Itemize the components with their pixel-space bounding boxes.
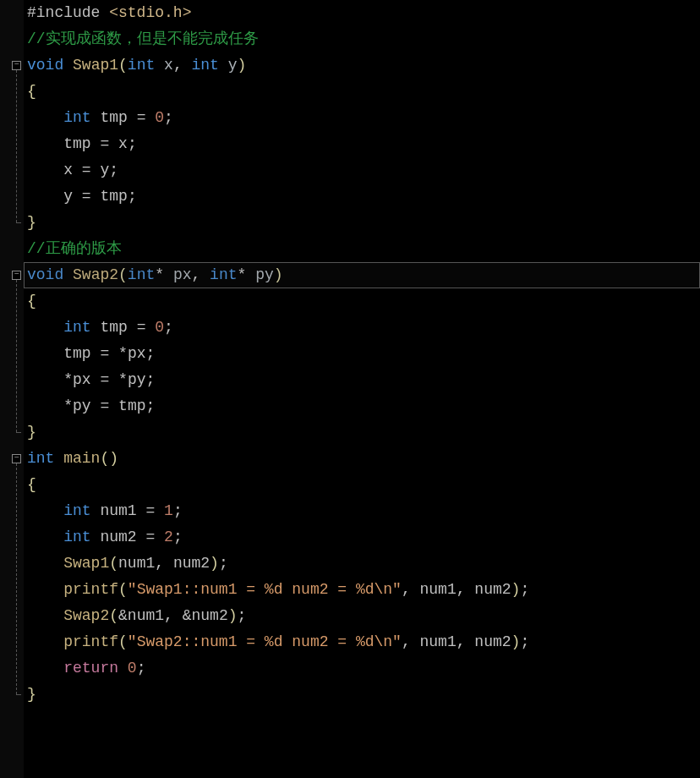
code-line[interactable]: } [24, 210, 700, 236]
token-header: <stdio.h> [109, 4, 191, 21]
token-punct [128, 109, 137, 126]
token-punct [91, 109, 101, 126]
token-var: num1 [420, 633, 457, 650]
token-punct: ; [520, 581, 529, 598]
code-line[interactable]: } [24, 419, 700, 446]
token-func: Swap1 [63, 555, 109, 572]
token-punct: ; [164, 319, 173, 336]
token-param: x [164, 57, 173, 74]
code-area[interactable]: #include <stdio.h>//实现成函数，但是不能完成任务void S… [24, 0, 700, 708]
token-punct: , [402, 581, 420, 598]
code-line[interactable]: *py = tmp; [24, 393, 700, 419]
token-paren: ) [228, 607, 238, 624]
token-op: & [183, 607, 192, 624]
code-line[interactable]: void Swap2(int* px, int* py) [24, 262, 700, 288]
token-punct: ; [145, 345, 155, 362]
token-keyword: void [27, 57, 63, 74]
code-line[interactable]: int main() [24, 446, 700, 472]
token-op: = [82, 188, 91, 205]
code-line[interactable]: tmp = x; [24, 131, 700, 157]
token-punct [109, 397, 118, 414]
code-line[interactable]: printf("Swap1::num1 = %d num2 = %d\n", n… [24, 577, 700, 603]
token-punct: ; [109, 162, 118, 178]
code-line[interactable]: { [24, 472, 700, 498]
token-type: int [63, 502, 90, 519]
token-op: = [137, 319, 146, 336]
code-line[interactable]: tmp = *px; [24, 341, 700, 367]
token-var: px [73, 371, 91, 388]
token-punct [63, 57, 73, 74]
token-var: tmp [100, 109, 127, 126]
fold-toggle-icon[interactable]: − [12, 454, 21, 463]
token-num: 0 [155, 109, 164, 126]
token-punct [91, 502, 101, 519]
token-punct: , [192, 266, 211, 283]
token-num: 1 [164, 502, 173, 519]
code-line[interactable]: } [24, 682, 700, 708]
token-punct [91, 319, 101, 336]
token-punct: , [164, 607, 183, 624]
token-brace: } [27, 424, 36, 441]
token-brace: } [27, 686, 36, 703]
token-var: py [73, 397, 91, 414]
code-line[interactable]: //正确的版本 [24, 236, 700, 262]
token-type: int [27, 450, 54, 467]
token-var: num1 [100, 502, 136, 519]
code-line[interactable]: x = y; [24, 157, 700, 184]
code-line[interactable]: int num1 = 1; [24, 498, 700, 524]
token-punct: ; [128, 188, 137, 205]
token-func: Swap2 [73, 266, 118, 283]
token-type: int [128, 57, 155, 74]
token-punct [91, 135, 101, 152]
token-keyword: void [27, 266, 63, 283]
code-line[interactable]: int num2 = 2; [24, 524, 700, 551]
token-brace: { [27, 83, 36, 100]
code-line[interactable]: { [24, 79, 700, 105]
token-punct [73, 188, 82, 205]
code-line[interactable]: { [24, 288, 700, 315]
token-punct [137, 502, 146, 519]
token-var: tmp [100, 188, 127, 205]
token-num: 0 [128, 660, 137, 677]
token-paren: () [100, 450, 118, 467]
token-punct [128, 319, 137, 336]
token-var: num2 [474, 633, 511, 650]
token-var: num2 [173, 555, 210, 572]
code-line[interactable]: int tmp = 0; [24, 315, 700, 341]
token-punct [91, 345, 101, 362]
code-line[interactable]: printf("Swap2::num1 = %d num2 = %d\n", n… [24, 629, 700, 655]
code-line[interactable]: void Swap1(int x, int y) [24, 52, 700, 79]
token-punct [109, 371, 118, 388]
token-punct [155, 502, 164, 519]
token-var: y [100, 162, 109, 178]
code-line[interactable]: int tmp = 0; [24, 105, 700, 131]
token-var: py [128, 371, 146, 388]
code-line[interactable]: *px = *py; [24, 367, 700, 393]
code-line[interactable]: Swap1(num1, num2); [24, 551, 700, 577]
code-line[interactable]: //实现成函数，但是不能完成任务 [24, 26, 700, 52]
token-string: "Swap2::num1 = %d num2 = %d\n" [128, 633, 402, 650]
token-var: y [63, 188, 73, 205]
token-preproc: #include [27, 4, 109, 21]
code-line[interactable]: return 0; [24, 655, 700, 682]
token-var: x [63, 162, 73, 178]
token-punct [219, 57, 228, 74]
code-line[interactable]: #include <stdio.h> [24, 0, 700, 26]
gutter: −−− [0, 0, 24, 778]
token-punct [246, 266, 255, 283]
token-punct [109, 345, 118, 362]
token-var: num1 [420, 581, 457, 598]
code-editor[interactable]: −−− #include <stdio.h>//实现成函数，但是不能完成任务vo… [0, 0, 700, 778]
fold-toggle-icon[interactable]: − [12, 61, 21, 70]
token-comment: //实现成函数，但是不能完成任务 [27, 30, 259, 47]
token-func: main [63, 450, 100, 467]
token-param: px [173, 266, 192, 283]
token-punct: ; [145, 397, 155, 414]
fold-toggle-icon[interactable]: − [12, 271, 21, 280]
token-punct [109, 135, 118, 152]
code-line[interactable]: y = tmp; [24, 184, 700, 210]
code-line[interactable]: Swap2(&num1, &num2); [24, 603, 700, 629]
token-string: "Swap1::num1 = %d num2 = %d\n" [128, 581, 402, 598]
token-var: tmp [63, 135, 90, 152]
fold-guide [16, 70, 17, 222]
